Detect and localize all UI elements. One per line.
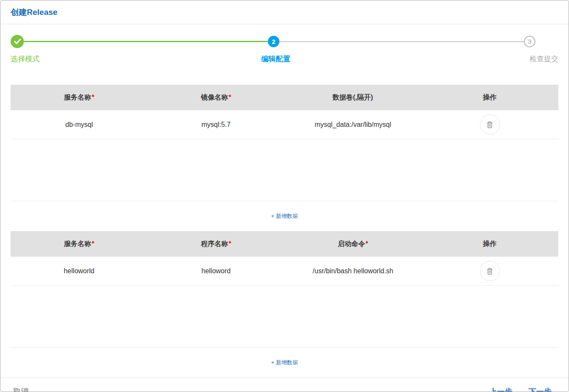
col-header-start-command: 启动命令* bbox=[284, 240, 422, 249]
col-header-operation: 操作 bbox=[422, 93, 559, 102]
add-data-link[interactable]: + 新增数据 bbox=[271, 212, 298, 220]
step-3-label: 检查提交 bbox=[529, 54, 558, 64]
trash-icon bbox=[486, 267, 493, 275]
program-services-table-header: 服务名称* 程序名称* 启动命令* 操作 bbox=[11, 231, 558, 257]
previous-step-button[interactable]: 上一步 bbox=[489, 386, 512, 392]
delete-row-button[interactable] bbox=[480, 114, 500, 134]
add-data-link[interactable]: + 新增数据 bbox=[271, 359, 298, 366]
table-empty-area bbox=[11, 139, 558, 201]
table-row: helloworld helloword /usr/bin/bash hello… bbox=[11, 257, 558, 286]
step-1-check-icon bbox=[11, 35, 24, 48]
cancel-button[interactable]: 取消 bbox=[13, 386, 29, 392]
cell-service-name: db-mysql bbox=[11, 121, 148, 129]
required-asterisk: * bbox=[229, 94, 231, 101]
checkmark-icon bbox=[14, 39, 21, 44]
cell-start-command: /usr/bin/bash helloworld.sh bbox=[284, 267, 422, 275]
step-3-indicator: 3 bbox=[524, 36, 535, 47]
table-empty-area bbox=[11, 286, 558, 348]
delete-row-button[interactable] bbox=[480, 261, 500, 281]
dialog-header: 创建Release bbox=[0, 0, 569, 24]
step-content: 服务名称* 镜像名称* 数据卷(,隔开) 操作 db-mysql mysql:5… bbox=[11, 85, 558, 378]
cell-image-name: mysql:5.7 bbox=[148, 121, 285, 129]
cell-service-name: helloworld bbox=[11, 267, 148, 275]
required-asterisk: * bbox=[365, 240, 368, 247]
col-header-service-name: 服务名称* bbox=[11, 93, 148, 102]
stepper-connector-done bbox=[17, 41, 273, 42]
step-2-indicator: 2 bbox=[268, 36, 279, 47]
table-row: db-mysql mysql:5.7 mysql_data:/var/lib/m… bbox=[11, 110, 558, 139]
wizard-stepper: 2 3 选择模式 编辑配置 检查提交 bbox=[11, 35, 558, 72]
cell-program-name: helloword bbox=[148, 267, 285, 275]
step-3-number: 3 bbox=[528, 38, 531, 45]
dialog-footer: 取消 上一步 下一步 bbox=[0, 378, 569, 392]
step-2-number: 2 bbox=[272, 38, 275, 45]
required-asterisk: * bbox=[92, 240, 94, 247]
create-release-dialog: 创建Release 2 3 选择模式 编辑配置 检查提交 服务名称* 镜像名称*… bbox=[0, 0, 569, 392]
col-header-data-volume: 数据卷(,隔开) bbox=[284, 93, 422, 102]
next-step-button[interactable]: 下一步 bbox=[529, 386, 552, 392]
required-asterisk: * bbox=[229, 240, 231, 247]
add-data-row: + 新增数据 bbox=[11, 348, 558, 378]
col-header-service-name: 服务名称* bbox=[11, 240, 148, 249]
add-data-row: + 新增数据 bbox=[11, 201, 558, 231]
cell-data-volume: mysql_data:/var/lib/mysql bbox=[284, 121, 422, 129]
image-services-table-header: 服务名称* 镜像名称* 数据卷(,隔开) 操作 bbox=[11, 85, 558, 110]
step-2-label: 编辑配置 bbox=[261, 54, 290, 64]
trash-icon bbox=[486, 121, 493, 129]
stepper-connector-pending bbox=[273, 41, 530, 42]
page-title: 创建Release bbox=[11, 7, 558, 18]
col-header-image-name: 镜像名称* bbox=[148, 93, 285, 102]
step-1-label: 选择模式 bbox=[11, 54, 40, 64]
col-header-operation: 操作 bbox=[422, 240, 559, 249]
col-header-program-name: 程序名称* bbox=[148, 240, 285, 249]
required-asterisk: * bbox=[92, 94, 94, 101]
